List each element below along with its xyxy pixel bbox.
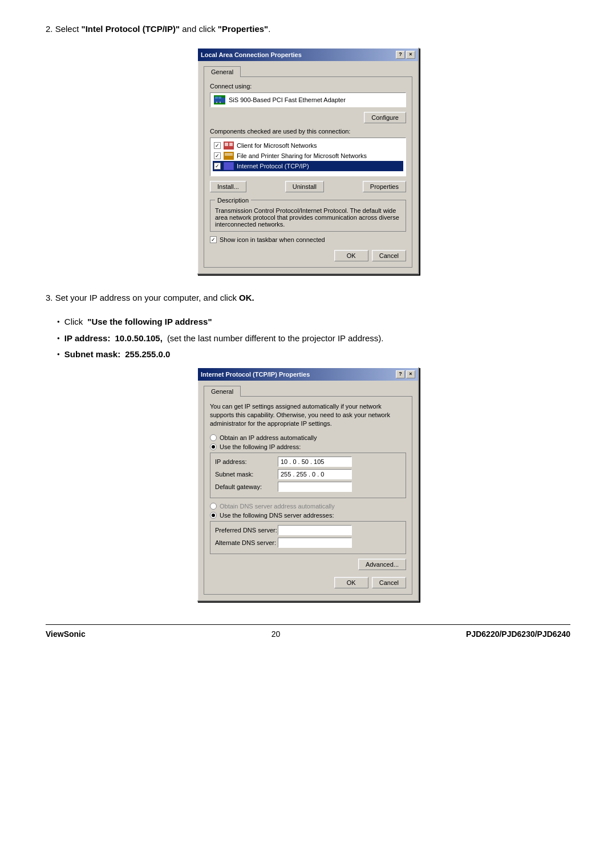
radio-auto-ip-label: Obtain an IP address automatically	[220, 434, 317, 441]
adapter-name: SiS 900-Based PCI Fast Ethernet Adapter	[229, 96, 346, 103]
radio-dns-auto: Obtain DNS server address automatically	[210, 503, 406, 510]
dialog2-tab-row: General	[204, 385, 412, 396]
component-item-tcp: Internet Protocol (TCP/IP)	[213, 161, 403, 171]
uninstall-button[interactable]: Uninstall	[285, 181, 324, 192]
svg-rect-9	[225, 153, 233, 156]
checkbox-share[interactable]	[214, 152, 221, 159]
dialog1-close-button[interactable]: ×	[406, 51, 415, 59]
dialog1-tab-content: Connect using: SiS 900-Based PCI Fas	[204, 76, 412, 268]
ip-address-row: IP address: 10 . 0 . 50 . 105	[215, 457, 401, 467]
checkbox-tcp[interactable]	[214, 163, 221, 169]
radio-dns-manual: Use the following DNS server addresses:	[210, 512, 406, 519]
bullet3-prefix: Subnet mask:	[64, 348, 120, 361]
radio-auto-ip-btn[interactable]	[210, 434, 217, 441]
page-footer: ViewSonic 20 PJD6220/PJD6230/PJD6240	[46, 624, 570, 639]
component-client-label: Client for Microsoft Networks	[237, 142, 317, 149]
step2-end: .	[268, 24, 270, 34]
adapter-icon	[214, 95, 225, 104]
dialog1-ok-button[interactable]: OK	[334, 250, 368, 261]
radio-manual-ip-label: Use the following IP address:	[220, 443, 301, 450]
default-gateway-label: Default gateway:	[215, 483, 278, 490]
radio-dns-auto-btn[interactable]	[210, 503, 217, 510]
dialog1-body: General Connect using:	[198, 61, 418, 273]
radio-auto-ip: Obtain an IP address automatically	[210, 434, 406, 441]
dialog1-footer: OK Cancel	[210, 248, 406, 261]
step2-paragraph: 2. Select "Intel Protocol (TCP/IP)" and …	[46, 23, 570, 36]
component-item-share: File and Printer Sharing for Microsoft N…	[213, 151, 403, 161]
subnet-mask-row: Subnet mask: 255 . 255 . 0 . 0	[215, 469, 401, 479]
dialog2-close-button[interactable]: ×	[406, 370, 415, 378]
dialog1-tab-row: General	[204, 66, 412, 76]
dialog1-title: Local Area Connection Properties	[201, 51, 302, 58]
component-tcp-label: Internet Protocol (TCP/IP)	[237, 163, 309, 169]
dialog2-wrapper: Internet Protocol (TCP/IP) Properties ? …	[46, 367, 570, 601]
show-icon-label: Show icon in taskbar when connected	[220, 236, 325, 243]
dialog1-tab-general[interactable]: General	[204, 66, 241, 77]
adapter-box: SiS 900-Based PCI Fast Ethernet Adapter	[210, 92, 406, 107]
radio-dns-manual-btn[interactable]	[210, 512, 217, 519]
show-icon-row: Show icon in taskbar when connected	[210, 236, 406, 243]
svg-rect-2	[218, 96, 221, 99]
footer-left: ViewSonic	[46, 629, 86, 639]
step2-prefix: 2. Select	[46, 24, 82, 34]
subnet-mask-input[interactable]: 255 . 255 . 0 . 0	[278, 469, 352, 479]
preferred-dns-label: Preferred DNS server:	[215, 527, 278, 534]
dialog2-tab-content: You can get IP settings assigned automat…	[204, 396, 412, 595]
alternate-dns-row: Alternate DNS server:	[215, 538, 401, 548]
ip-address-input[interactable]: 10 . 0 . 50 . 105	[278, 457, 352, 467]
preferred-dns-row: Preferred DNS server:	[215, 525, 401, 535]
preferred-dns-input[interactable]	[278, 525, 352, 535]
description-legend: Description	[215, 197, 251, 204]
dialog2-body: General You can get IP settings assigned…	[198, 381, 418, 600]
dialog2-footer: OK Cancel	[210, 575, 406, 588]
dialog1-local-area: Local Area Connection Properties ? × Gen…	[197, 47, 419, 274]
footer-center: 20	[271, 629, 281, 639]
radio-dns-manual-label: Use the following DNS server addresses:	[220, 512, 334, 519]
dialog1-cancel-button[interactable]: Cancel	[372, 250, 406, 261]
install-button[interactable]: Install...	[210, 181, 246, 192]
advanced-button[interactable]: Advanced...	[358, 559, 406, 570]
step3-prefix: 3. Set your IP address on your computer,…	[46, 293, 239, 302]
dialog2-help-button[interactable]: ?	[396, 370, 405, 378]
component-item-client: Client for Microsoft Networks	[213, 140, 403, 151]
svg-rect-6	[225, 143, 228, 146]
alternate-dns-input[interactable]	[278, 538, 352, 548]
default-gateway-row: Default gateway:	[215, 482, 401, 492]
svg-rect-3	[216, 102, 217, 103]
bullet-item-2: IP address: 10.0.50.105, (set the last n…	[57, 332, 570, 345]
radio-manual-ip-btn[interactable]	[210, 443, 217, 450]
bullet-list: Click "Use the following IP address" IP …	[57, 316, 570, 361]
comp-icon-tcp	[224, 162, 234, 170]
ip-address-label: IP address:	[215, 458, 278, 465]
ip-address-value: 10 . 0 . 50 . 105	[281, 458, 324, 465]
checkbox-show-icon[interactable]	[210, 236, 217, 243]
bullet1-prefix: Click	[64, 316, 83, 329]
default-gateway-input[interactable]	[278, 482, 352, 492]
bullet2-bold: 10.0.50.105,	[115, 332, 162, 345]
checkbox-client[interactable]	[214, 142, 221, 149]
bullet-item-1: Click "Use the following IP address"	[57, 316, 570, 329]
component-share-label: File and Printer Sharing for Microsoft N…	[237, 152, 367, 159]
step2-bold1: "Intel Protocol (TCP/IP)"	[82, 24, 180, 34]
radio-dns-auto-label: Obtain DNS server address automatically	[220, 503, 335, 510]
alternate-dns-label: Alternate DNS server:	[215, 539, 278, 546]
comp-icon-share	[224, 152, 234, 160]
bullet1-bold: "Use the following IP address"	[87, 316, 212, 329]
properties-button[interactable]: Properties	[363, 181, 406, 192]
step3-paragraph: 3. Set your IP address on your computer,…	[46, 292, 570, 305]
step2-mid: and click	[180, 24, 218, 34]
svg-rect-7	[229, 143, 233, 146]
dialog1-help-button[interactable]: ?	[396, 51, 405, 59]
dialog1-buttons-row: Install... Uninstall Properties	[210, 181, 406, 192]
dialog1-titlebar: Local Area Connection Properties ? ×	[198, 49, 418, 61]
ip-info-text: You can get IP settings assigned automat…	[210, 402, 406, 429]
dialog1-titlebar-buttons: ? ×	[396, 51, 415, 59]
configure-button[interactable]: Configure	[364, 112, 406, 123]
dialog2-titlebar-buttons: ? ×	[396, 370, 415, 378]
dialog2-tab-general[interactable]: General	[204, 386, 241, 397]
dialog2-ok-button[interactable]: OK	[334, 577, 368, 588]
components-label: Components checked are used by this conn…	[210, 128, 406, 135]
dialog2-cancel-button[interactable]: Cancel	[372, 577, 406, 588]
bullet3-bold: 255.255.0.0	[125, 348, 170, 361]
components-list: Client for Microsoft Networks File and P…	[210, 138, 406, 176]
